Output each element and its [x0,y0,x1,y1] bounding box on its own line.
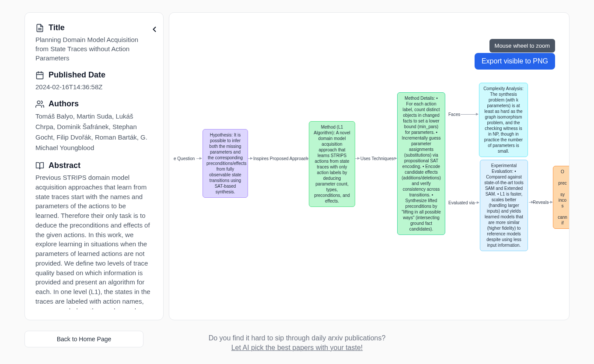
edge-inspires: Inspires Proposed Approach [253,156,308,161]
file-text-icon [35,24,44,32]
calendar-icon [35,71,44,80]
svg-point-6 [37,101,40,104]
graph-canvas[interactable]: Mouse wheel to zoom Export visible to PN… [169,12,570,320]
author-item: Martin Suda, [77,112,115,120]
back-home-button[interactable]: Back to Home Page [24,331,143,347]
date-header: Published Date [35,70,153,80]
arrow [548,202,552,203]
abstract-label: Abstract [49,161,80,170]
arrow [196,158,202,159]
export-png-button[interactable]: Export visible to PNG [475,53,555,70]
promo-question: Do you find it hard to sip through daily… [209,334,386,342]
node-complexity[interactable]: Complexity Analysis: The synthesis probl… [479,83,528,157]
date-section: Published Date 2024-02-16T14:36:58Z [35,70,153,91]
author-item: Roman Barták, [95,133,140,141]
node-evaluation[interactable]: Experimental Evaluation: • Compared agai… [480,160,528,251]
author-item: Tomáš Balyo, [35,112,77,120]
edge-uses: Uses Techniques: [360,156,395,161]
svg-rect-2 [37,72,43,79]
author-item: Filip Dvořák, [56,133,95,141]
arrow [475,203,479,203]
node-method[interactable]: Method (L1 Algorithm): A novel domain mo… [309,121,355,207]
arrow [304,158,308,159]
arrow [248,158,252,159]
node-method-details[interactable]: Method Details: • For each action label,… [397,92,445,235]
arrow [461,114,478,115]
edge-faces: Faces [448,112,460,117]
authors-list: Tomáš Balyo, Martin Suda, Lukáš Chrpa, D… [35,111,153,153]
users-icon [35,100,44,108]
collapse-sidebar-button[interactable] [150,25,159,35]
title-section: Title Planning Domain Model Acquisition … [35,23,153,63]
book-open-icon [35,161,44,170]
edge-eval: Evaluated via [448,200,475,205]
abstract-section: Abstract Previous STRIPS domain model ac… [35,161,153,309]
abstract-text[interactable]: Previous STRIPS domain model acquisition… [35,173,153,309]
date-value: 2024-02-16T14:36:58Z [35,82,153,91]
title-value: Planning Domain Model Acquisition from S… [35,35,153,63]
edge-reveals: Reveals [533,200,549,205]
title-header: Title [35,23,153,32]
abstract-header: Abstract [35,161,153,170]
node-hypothesis[interactable]: Hypothesis: It is possible to infer both… [203,129,248,198]
chevron-left-icon [150,25,159,34]
arrow [392,158,397,159]
authors-header: Authors [35,99,153,108]
authors-section: Authors Tomáš Balyo, Martin Suda, Lukáš … [35,99,153,153]
sidebar-panel: Title Planning Domain Model Acquisition … [24,12,164,320]
arrow [355,158,360,159]
date-label: Published Date [49,70,105,80]
edge-prefix: e Question [174,156,195,161]
title-label: Title [49,23,65,32]
author-item: Dominik Šafránek, [57,123,112,130]
zoom-tooltip: Mouse wheel to zoom [489,39,555,52]
node-partial-orange[interactable]: O prec sy inco s cann if [553,166,570,229]
authors-label: Authors [49,99,79,108]
